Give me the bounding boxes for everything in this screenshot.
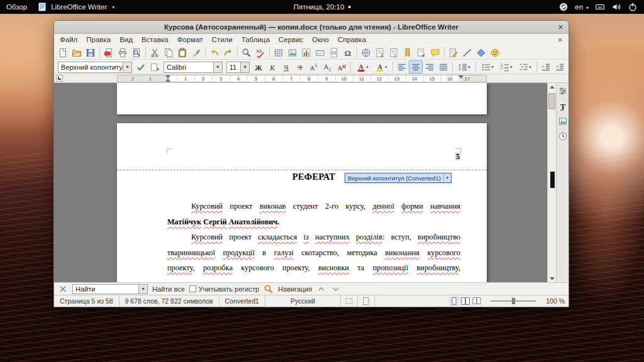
paragraph-line[interactable]: Курсовий проект складається із наступних… — [167, 229, 460, 245]
selection-mode-icon[interactable] — [344, 296, 354, 306]
underline-button[interactable]: Ч — [279, 60, 293, 74]
italic-button[interactable]: К — [265, 60, 279, 74]
document-body[interactable]: Курсовий проект виконав студент 2-го кур… — [167, 199, 460, 276]
zoom-slider-handle[interactable] — [512, 298, 515, 304]
align-right-button[interactable] — [423, 60, 436, 74]
cut-button[interactable] — [148, 46, 162, 59]
footnote-button[interactable]: 1 — [373, 46, 387, 59]
navigation-icon[interactable] — [264, 284, 274, 294]
find-close-button[interactable] — [58, 284, 68, 294]
copy-button[interactable] — [162, 46, 175, 59]
print-button[interactable] — [116, 46, 130, 59]
menu-item-7[interactable]: Сервис — [274, 36, 308, 43]
menu-item-5[interactable]: Стили — [208, 36, 237, 43]
page-style-indicator[interactable]: Converted1 — [219, 295, 265, 307]
font-size-combo[interactable]: 11 ▾ — [226, 62, 250, 73]
track-changes-button[interactable] — [447, 46, 460, 59]
unordered-list-button[interactable]: ▾ — [478, 60, 497, 74]
document-close-button[interactable]: ✕ — [553, 36, 567, 43]
find-previous-button[interactable] — [316, 284, 326, 294]
current-page[interactable]: 5 РЕФЕРАТ Верхний колонтитул (Converted1… — [117, 123, 487, 282]
hy perlink-button[interactable] — [359, 46, 373, 59]
title-bar[interactable]: Курсова (Автосохраненный) — копия.docx (… — [54, 21, 569, 34]
basic-shapes-button[interactable] — [474, 46, 488, 59]
menu-item-1[interactable]: Правка — [82, 36, 115, 43]
dropdown-arrow-icon[interactable]: ▾ — [138, 285, 147, 293]
find-input[interactable]: Найти ▾ — [72, 284, 148, 294]
font-name-combo[interactable]: Calibri ▾ — [164, 62, 223, 73]
previous-page[interactable] — [117, 83, 487, 114]
outline-list-button[interactable]: ▾ — [516, 60, 535, 74]
menu-item-4[interactable]: Формат — [173, 36, 208, 43]
clone-formatting-button[interactable] — [189, 46, 203, 59]
line-spacing-button[interactable]: ▾ — [455, 60, 474, 74]
right-indent-marker[interactable] — [458, 75, 464, 81]
gallery-icon[interactable] — [558, 116, 568, 126]
paragraph-line[interactable]: Курсовий проект виконав студент 2-го кур… — [167, 199, 460, 214]
table-button[interactable] — [272, 46, 286, 59]
dropdown-arrow-icon[interactable]: ▾ — [213, 62, 222, 72]
strikethrough-button[interactable]: З — [293, 60, 307, 74]
document-state-icon[interactable] — [361, 296, 371, 306]
superscript-button[interactable]: Аб — [307, 60, 321, 74]
tab-stop-selector[interactable] — [56, 75, 63, 82]
subscript-button[interactable]: Аб — [321, 60, 335, 74]
menu-item-6[interactable]: Таблица — [237, 36, 274, 43]
scroll-down-arrow[interactable] — [548, 275, 556, 282]
bookmark-button[interactable] — [401, 46, 414, 59]
chart-button[interactable] — [299, 46, 313, 59]
window-close-button[interactable]: ✕ — [558, 21, 564, 34]
scroll-up-arrow[interactable] — [548, 83, 556, 90]
align-center-button[interactable] — [409, 60, 423, 74]
app-menu[interactable]: LibreOffice Writer ▾ — [37, 2, 114, 12]
styles-icon[interactable]: T — [558, 101, 568, 111]
decrease-indent-button[interactable] — [553, 60, 567, 74]
activities-button[interactable]: Обзор — [6, 3, 27, 11]
paste-button[interactable] — [175, 46, 189, 59]
page-number-field[interactable]: 5 — [455, 153, 460, 160]
clear-formatting-button[interactable]: А — [335, 60, 348, 74]
bold-button[interactable]: Ж — [252, 60, 265, 74]
update-style-button[interactable] — [134, 60, 148, 74]
single-page-view-button[interactable] — [449, 296, 459, 306]
keyboard-icon[interactable] — [595, 2, 605, 12]
sidebar-settings-icon[interactable] — [558, 86, 568, 96]
cross-reference-button[interactable] — [414, 46, 428, 59]
menu-item-3[interactable]: Вставка — [137, 36, 173, 43]
left-indent-marker[interactable] — [165, 76, 170, 82]
input-source-menu[interactable]: en ▾ — [575, 3, 589, 11]
language-indicator[interactable]: Русский — [265, 295, 341, 307]
find-all-button[interactable]: Найти все — [152, 285, 185, 293]
new-style-button[interactable] — [148, 60, 162, 74]
paragraph-style-combo[interactable]: Верхний колонтитул ▾ — [58, 62, 132, 73]
endnote-button[interactable]: i — [387, 46, 401, 59]
line-button[interactable] — [460, 46, 474, 59]
increase-indent-button[interactable] — [539, 60, 553, 74]
scrollbar-thumb[interactable] — [548, 93, 555, 109]
checkbox-box[interactable] — [189, 285, 196, 292]
menu-item-0[interactable]: Файл — [55, 36, 82, 43]
align-left-button[interactable] — [395, 60, 409, 74]
header-tag-dropdown-icon[interactable]: ▾ — [443, 173, 451, 182]
export-pdf-button[interactable] — [102, 46, 116, 59]
special-character-button[interactable]: Ω — [341, 46, 355, 59]
save-button[interactable] — [84, 46, 97, 59]
comment-button[interactable] — [428, 46, 442, 59]
find-next-button[interactable] — [331, 284, 341, 294]
menu-item-2[interactable]: Вид — [115, 36, 137, 43]
power-icon[interactable] — [628, 2, 638, 12]
image-button[interactable] — [286, 46, 299, 59]
multi-page-view-button[interactable] — [460, 296, 470, 306]
spelling-button[interactable]: АБ — [253, 46, 267, 59]
highlight-color-button[interactable]: А▾ — [372, 60, 391, 74]
ordered-list-button[interactable]: 1.2.▾ — [497, 60, 516, 74]
header-style-tag[interactable]: Верхний колонтитул (Converted1) ▾ — [345, 173, 452, 183]
dropdown-arrow-icon[interactable]: ▾ — [240, 62, 249, 72]
paragraph-line[interactable]: тваринницької продукції в галузі скотарс… — [167, 245, 460, 261]
page-break-button[interactable] — [327, 46, 341, 59]
horizontal-ruler[interactable]: 211234567891011121314151617 — [117, 75, 487, 82]
book-view-button[interactable] — [472, 296, 482, 306]
new-document-button[interactable] — [56, 46, 70, 59]
font-color-button[interactable]: А▾ — [353, 60, 372, 74]
page-indicator[interactable]: Страница 5 из 58 — [54, 295, 119, 307]
